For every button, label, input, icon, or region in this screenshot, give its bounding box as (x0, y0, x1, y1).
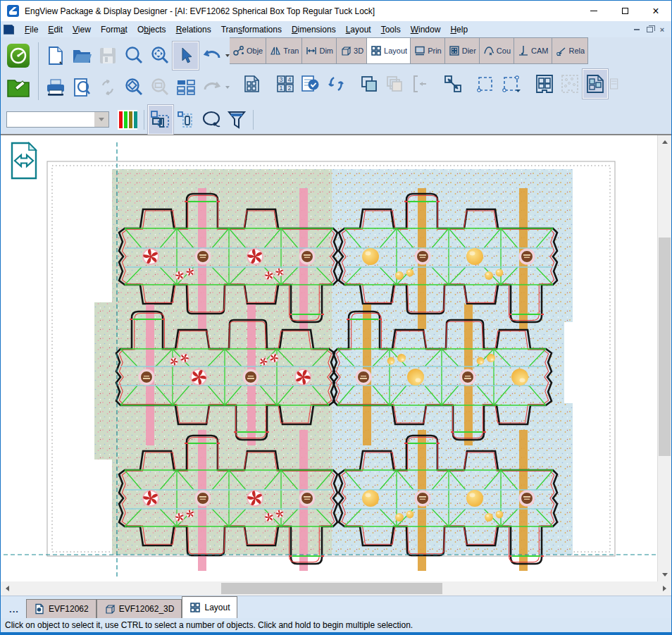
vertical-scroll-thumb[interactable] (659, 238, 671, 456)
redo-button[interactable] (199, 73, 225, 101)
toolbar-tab[interactable]: Cou (480, 37, 514, 64)
toolbar-tab[interactable]: Prin (411, 37, 445, 64)
undo-button[interactable] (199, 42, 225, 70)
svg-text:4: 4 (287, 76, 291, 83)
menu-item[interactable]: View (68, 23, 96, 37)
mdi-minimize-button[interactable] (630, 24, 643, 35)
vertical-scrollbar[interactable] (657, 135, 671, 581)
sheet-orientation-icon[interactable] (9, 142, 39, 180)
document-tab[interactable]: EVF12062 (26, 599, 97, 618)
menu-item[interactable]: File (20, 23, 43, 37)
new-document-button[interactable] (42, 42, 68, 70)
document-tab[interactable]: Layout (182, 596, 237, 618)
select-arrow-icon (178, 47, 194, 65)
toolbar-tab-label: Tran (283, 47, 299, 55)
main-toolbar: Obje Tran Dim 3D (1, 37, 671, 105)
menu-item[interactable]: Tools (376, 23, 406, 37)
toolbar-tab-icon (233, 45, 244, 56)
chevron-down-icon (99, 118, 104, 121)
layout-icon-row: 3412 (230, 64, 671, 104)
toolbar-tab[interactable]: Tran (266, 37, 302, 64)
toolbar-tab[interactable]: 3D (337, 37, 367, 64)
menu-item[interactable]: Dimensions (287, 23, 341, 37)
print-button[interactable] (42, 73, 68, 101)
zoom-button[interactable] (120, 42, 147, 70)
select-arrow-button[interactable] (173, 42, 199, 70)
copy-multiple-button[interactable] (382, 69, 407, 99)
secondary-toolbar (1, 105, 671, 135)
workspace (1, 135, 671, 581)
print-preview-button[interactable] (68, 73, 94, 101)
document-tab[interactable]: EVF12062_3D (97, 599, 182, 618)
menu-item[interactable]: Format (96, 23, 132, 37)
sheet-layout-button[interactable] (239, 69, 265, 99)
document-icon (4, 25, 14, 35)
horizontal-scroll-thumb[interactable] (221, 583, 442, 594)
verify-layout-icon (301, 75, 321, 93)
horizontal-scrollbar[interactable] (1, 581, 671, 596)
tab-overflow-button[interactable]: ... (5, 600, 23, 618)
layer-colors-button[interactable] (115, 105, 140, 135)
insert-station-button[interactable] (407, 69, 433, 99)
toolbar-tab[interactable]: Layout (367, 37, 411, 64)
menu-item[interactable]: Edit (43, 23, 68, 37)
die-board-holes-button[interactable] (557, 69, 583, 99)
toolbar-tab-label: Dier (462, 47, 476, 55)
menu-item[interactable]: Help (445, 23, 473, 37)
scroll-left-button[interactable] (1, 582, 13, 594)
status-text: Click on object to select it, use CTRL t… (5, 620, 413, 630)
document-tab-label: Layout (204, 603, 230, 612)
layer-combobox[interactable] (6, 111, 109, 128)
save-document-button[interactable] (94, 42, 120, 70)
die-board-sheet-icon (586, 74, 604, 94)
die-board-button[interactable] (532, 69, 557, 99)
svg-text:1: 1 (279, 85, 282, 92)
menu-item[interactable]: Layout (341, 23, 376, 37)
select-area-options-button[interactable] (499, 69, 524, 99)
open-document-button[interactable] (68, 42, 94, 70)
drawing-canvas[interactable] (1, 135, 657, 581)
menu-item[interactable]: Transformations (216, 23, 287, 37)
zoom-region-button[interactable] (147, 73, 173, 101)
menu-item[interactable]: Objects (132, 23, 171, 37)
scroll-right-button[interactable] (659, 582, 671, 594)
minimize-button[interactable] (578, 1, 609, 21)
rotate-stations-button[interactable] (323, 69, 349, 99)
refresh-button[interactable] (94, 73, 120, 101)
maximize-button[interactable] (609, 1, 640, 21)
pan-zoom-icon (150, 46, 170, 66)
die-board-sheet-button[interactable] (583, 69, 608, 99)
select-objects-button[interactable] (148, 105, 173, 135)
engview-gauge-button[interactable] (5, 42, 32, 70)
lasso-select-button[interactable] (199, 105, 224, 135)
impose-order-button[interactable]: 3412 (273, 69, 298, 99)
layer-colors-icon (117, 109, 138, 130)
scroll-down-button[interactable] (659, 569, 671, 581)
menu-item[interactable]: Relations (171, 23, 216, 37)
arrange-windows-button[interactable] (173, 73, 199, 101)
toolbar-tab-label: Layout (384, 47, 407, 55)
pan-zoom-button[interactable] (147, 42, 173, 70)
toolbar-tab[interactable]: Dier (445, 37, 480, 64)
mdi-close-button[interactable]: × (656, 24, 668, 35)
clipped-toolbar-button[interactable] (608, 69, 619, 99)
document-tabbar: ... EVF12062 EVF12062_3D Layout (1, 596, 671, 618)
toolbar-tab[interactable]: Dim (302, 37, 337, 64)
scroll-up-button[interactable] (659, 136, 671, 148)
zoom-fit-button[interactable] (120, 73, 147, 101)
toolbar-tab[interactable]: Obje (230, 37, 266, 64)
resize-layout-button[interactable] (440, 69, 466, 99)
edit-workspace-button[interactable] (5, 73, 32, 101)
copy-station-button[interactable] (356, 69, 382, 99)
select-area-button[interactable] (473, 69, 499, 99)
magnifier-icon (124, 46, 144, 66)
toolbar-tab[interactable]: Rela (552, 37, 589, 64)
close-button[interactable]: × (640, 1, 671, 21)
mdi-restore-button[interactable] (643, 24, 656, 35)
layer-combobox-dropdown-button[interactable] (94, 112, 108, 127)
verify-layout-button[interactable] (298, 69, 323, 99)
select-station-button[interactable] (173, 105, 199, 135)
filter-button[interactable] (224, 105, 249, 135)
toolbar-tab[interactable]: CAM (514, 37, 552, 64)
menu-item[interactable]: Window (406, 23, 446, 37)
